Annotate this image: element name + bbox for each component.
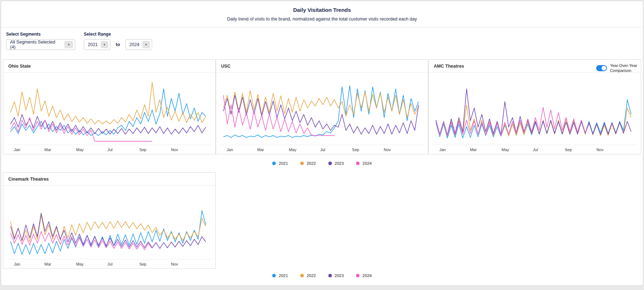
chart-usc: JanMarMayJulSepNov bbox=[216, 73, 428, 154]
legend-label: 2024 bbox=[362, 273, 372, 278]
legend-label: 2024 bbox=[362, 161, 372, 166]
toggle-knob-icon bbox=[602, 66, 606, 71]
dashboard-page: { "header": { "title": "Daily Visitation… bbox=[0, 0, 644, 290]
line-chart-canvas bbox=[3, 189, 215, 259]
segments-dropdown-value: All Segments Selected (4) bbox=[10, 40, 61, 50]
chart-title: Ohio State bbox=[3, 60, 215, 73]
empty-grid-cell bbox=[216, 172, 429, 269]
chevron-down-icon[interactable]: ▼ bbox=[64, 41, 73, 48]
charts-row-2: Cinemark Theatres JanMarMayJulSepNov bbox=[3, 172, 641, 269]
yoy-toggle-label-line1: Year-Over-Year bbox=[610, 63, 637, 68]
x-tick-label-may: May bbox=[76, 262, 84, 266]
legend-label: 2022 bbox=[307, 273, 316, 278]
chart-ohio-state: JanMarMayJulSepNov bbox=[3, 73, 215, 154]
legend-dot-icon bbox=[272, 162, 276, 165]
chart-panel-amc-theatres: AMC Theatres JanMarMayJulSepNov bbox=[428, 59, 641, 154]
legend-dot-icon bbox=[328, 274, 332, 277]
x-tick-label-mar: Mar bbox=[470, 148, 477, 152]
series-line-2023 bbox=[10, 114, 206, 134]
legend-item-2024[interactable]: 2024 bbox=[356, 161, 372, 166]
chart-panel-usc: USC JanMarMayJulSepNov bbox=[216, 59, 429, 154]
charts-row-1: Ohio State JanMarMayJulSepNov USC JanMar… bbox=[3, 59, 641, 154]
chevron-down-icon[interactable]: ▼ bbox=[142, 41, 150, 48]
yoy-toggle[interactable] bbox=[596, 65, 607, 71]
chevron-down-icon[interactable]: ▼ bbox=[101, 41, 108, 48]
range-control: Select Range 2021 ▼ to 2024 ▼ bbox=[84, 32, 152, 50]
x-tick-label-nov: Nov bbox=[597, 148, 604, 152]
legend-dot-icon bbox=[356, 274, 360, 277]
x-tick-label-jul: Jul bbox=[108, 262, 113, 266]
series-line-2022 bbox=[223, 91, 419, 118]
legend-item-2024[interactable]: 2024 bbox=[356, 273, 372, 278]
x-tick-label-jul: Jul bbox=[320, 148, 325, 152]
segments-dropdown[interactable]: All Segments Selected (4) ▼ bbox=[6, 39, 75, 50]
legend-bottom: 2021202220232024 bbox=[3, 269, 641, 282]
range-label: Select Range bbox=[84, 32, 152, 37]
legend-item-2021[interactable]: 2021 bbox=[272, 161, 288, 166]
range-from-value: 2021 bbox=[88, 42, 98, 47]
legend-label: 2021 bbox=[279, 161, 288, 166]
range-to-dropdown[interactable]: 2024 ▼ bbox=[125, 39, 152, 50]
legend-item-2023[interactable]: 2023 bbox=[328, 273, 344, 278]
chart-title: USC bbox=[216, 60, 428, 73]
legend-dot-icon bbox=[300, 162, 304, 165]
chart-panel-cinemark-theatres: Cinemark Theatres JanMarMayJulSepNov bbox=[3, 172, 216, 269]
dashboard-container: Daily Visitation Trends Daily trend of v… bbox=[1, 1, 643, 286]
legend-label: 2023 bbox=[335, 161, 344, 166]
x-tick-label-may: May bbox=[289, 148, 296, 152]
x-tick-label-mar: Mar bbox=[45, 148, 51, 152]
x-tick-label-nov: Nov bbox=[171, 262, 178, 266]
x-tick-label-jan: Jan bbox=[14, 148, 20, 152]
x-tick-label-jul: Jul bbox=[533, 148, 538, 152]
range-from-dropdown[interactable]: 2021 ▼ bbox=[84, 39, 110, 50]
range-row: 2021 ▼ to 2024 ▼ bbox=[84, 39, 152, 50]
x-tick-label-may: May bbox=[502, 148, 509, 152]
chart-title: Cinemark Theatres bbox=[3, 173, 215, 186]
yoy-toggle-group: Year-Over-Year Comparison bbox=[596, 63, 637, 73]
series-line-2021 bbox=[10, 210, 206, 254]
x-tick-label-jan: Jan bbox=[14, 262, 20, 266]
legend-item-2021[interactable]: 2021 bbox=[272, 273, 288, 278]
series-line-2023 bbox=[436, 89, 631, 135]
legend-item-2022[interactable]: 2022 bbox=[300, 161, 316, 166]
legend-label: 2022 bbox=[307, 161, 316, 166]
series-line-2022 bbox=[10, 215, 206, 242]
series-line-2024 bbox=[436, 107, 589, 135]
line-chart-canvas bbox=[3, 76, 215, 145]
x-tick-label-sep: Sep bbox=[139, 148, 146, 152]
legend-dot-icon bbox=[300, 274, 304, 277]
legend-dot-icon bbox=[328, 162, 332, 165]
x-tick-label-nov: Nov bbox=[171, 148, 178, 152]
page-subtitle: Daily trend of visits to the brand, norm… bbox=[1, 17, 643, 22]
x-axis-labels: JanMarMayJulSepNov bbox=[220, 145, 425, 153]
dashboard-header: Daily Visitation Trends Daily trend of v… bbox=[1, 1, 643, 27]
x-tick-label-jul: Jul bbox=[108, 148, 113, 152]
legend-top: 2021202220232024 bbox=[3, 154, 641, 172]
empty-grid-cell bbox=[428, 172, 641, 269]
line-chart-canvas bbox=[216, 76, 428, 145]
legend-item-2023[interactable]: 2023 bbox=[328, 161, 344, 166]
segments-control: Select Segments All Segments Selected (4… bbox=[6, 32, 75, 50]
segments-label: Select Segments bbox=[6, 32, 75, 37]
series-line-2021 bbox=[223, 86, 419, 137]
yoy-toggle-label: Year-Over-Year Comparison bbox=[610, 63, 637, 73]
legend-dot-icon bbox=[356, 162, 360, 165]
legend-item-2022[interactable]: 2022 bbox=[300, 273, 316, 278]
page-title: Daily Visitation Trends bbox=[1, 7, 643, 13]
x-tick-label-nov: Nov bbox=[384, 148, 391, 152]
x-tick-label-mar: Mar bbox=[45, 262, 51, 266]
chart-amc-theatres: JanMarMayJulSepNov bbox=[429, 73, 641, 154]
x-axis-labels: JanMarMayJulSepNov bbox=[7, 259, 212, 268]
x-tick-label-sep: Sep bbox=[352, 148, 359, 152]
range-to-value: 2024 bbox=[129, 42, 140, 47]
legend-label: 2023 bbox=[335, 273, 344, 278]
x-axis-labels: JanMarMayJulSepNov bbox=[7, 145, 212, 153]
x-tick-label-sep: Sep bbox=[139, 262, 146, 266]
x-tick-label-jan: Jan bbox=[439, 148, 446, 152]
x-tick-label-sep: Sep bbox=[565, 148, 572, 152]
line-chart-canvas bbox=[429, 76, 641, 145]
chart-panel-ohio-state: Ohio State JanMarMayJulSepNov bbox=[3, 59, 216, 154]
series-line-2022 bbox=[10, 82, 206, 124]
series-line-2021 bbox=[10, 89, 206, 136]
range-to-word: to bbox=[116, 42, 120, 47]
